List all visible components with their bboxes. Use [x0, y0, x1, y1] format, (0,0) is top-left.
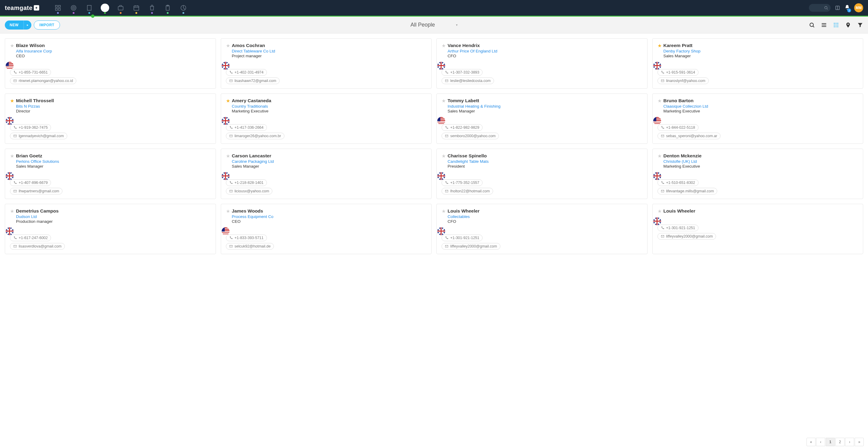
user-avatar[interactable]: MM [854, 3, 863, 12]
favorite-star-icon[interactable]: ★ [657, 99, 662, 103]
person-card[interactable]: ★Denton MckenzieChristofle (UK) LtdMarke… [652, 149, 864, 199]
favorite-star-icon[interactable]: ★ [657, 43, 662, 48]
phone-chip[interactable]: +1-833-393-5711 [226, 234, 267, 241]
import-button[interactable]: IMPORT [34, 21, 60, 30]
nav-clipboard[interactable] [163, 0, 172, 16]
list-view-icon[interactable] [821, 22, 827, 28]
new-button[interactable]: NEW [5, 21, 24, 30]
favorite-star-icon[interactable]: ★ [441, 154, 446, 159]
person-card[interactable]: ★Kareem PrattDenby Factory ShopSales Man… [652, 38, 864, 89]
email-chip[interactable]: leslie@lesliedcosta.com [441, 77, 494, 84]
company-link[interactable]: Alfa Insurance Corp [16, 49, 52, 53]
favorite-star-icon[interactable]: ★ [10, 99, 14, 103]
favorite-star-icon[interactable]: ★ [10, 154, 14, 159]
email-chip[interactable]: limaroger26@yahoo.com.br [226, 133, 284, 139]
person-card[interactable]: ★Amery CastanedaCountry TraditionalsMark… [221, 93, 432, 144]
company-link[interactable]: Perkins Office Solutions [16, 159, 59, 164]
company-link[interactable]: Candlelight Table Mats [447, 159, 489, 164]
phone-chip[interactable]: +1-510-651-8302 [657, 180, 699, 186]
company-link[interactable]: Collectables [447, 214, 479, 219]
person-card[interactable]: ★Tommy LabettIndustrial Heating & Finish… [436, 93, 648, 144]
company-link[interactable]: Denby Factory Shop [663, 49, 701, 53]
person-card[interactable]: ★Brian GoetzPerkins Office SolutionsSale… [5, 149, 216, 199]
expand-icon[interactable] [835, 5, 840, 10]
favorite-star-icon[interactable]: ★ [441, 209, 446, 214]
email-chip[interactable]: lhwpartners@gmail.com [10, 188, 62, 194]
person-card[interactable]: ★Carson LancasterCaroline Packaging LtdS… [221, 149, 432, 199]
phone-chip[interactable]: +1-417-336-2664 [226, 124, 267, 131]
search-icon[interactable] [809, 22, 815, 28]
email-chip[interactable]: selcuk92@hotmail.de [226, 243, 274, 250]
phone-chip[interactable]: +1-402-331-4974 [226, 69, 267, 76]
person-card[interactable]: ★Charisse SpinelloCandlelight Table Mats… [436, 149, 648, 199]
new-dropdown-caret[interactable]: ▸ [24, 21, 31, 30]
nav-dashboard[interactable] [54, 0, 62, 16]
nav-chart[interactable] [179, 0, 188, 16]
email-chip[interactable]: lisasverdlova@gmail.com [10, 243, 65, 250]
nav-target[interactable] [69, 0, 78, 16]
phone-chip[interactable]: +1-617-247-6002 [10, 234, 51, 241]
company-link[interactable]: Process Equipment Co [232, 214, 274, 219]
phone-chip[interactable]: +1-844-022-5118 [657, 124, 699, 131]
company-link[interactable]: Bits N Pizzas [16, 104, 54, 108]
phone-chip[interactable]: +1-915-591-3614 [657, 69, 699, 76]
company-link[interactable]: Arthur Price Of England Ltd [447, 49, 497, 53]
person-card[interactable]: ★Louis WheelerCollectablesCFO+1-301-921-… [436, 204, 648, 254]
email-chip[interactable]: semboro2000@yahoo.com [441, 133, 499, 139]
global-search[interactable] [809, 4, 831, 12]
favorite-star-icon[interactable]: ★ [657, 154, 662, 159]
favorite-star-icon[interactable]: ★ [10, 209, 14, 214]
person-card[interactable]: ★Louis Wheeler+1-301-921-1251liffeyvalle… [652, 204, 864, 254]
company-link[interactable]: Industrial Heating & Finishing [447, 104, 501, 108]
favorite-star-icon[interactable]: ★ [226, 154, 230, 159]
phone-chip[interactable]: +1-855-731-6651 [10, 69, 51, 76]
email-chip[interactable]: lifevantage.mills@gmail.com [657, 188, 717, 194]
person-card[interactable]: ★Bruno BartonClaasique Colleczion LtdMar… [652, 93, 864, 144]
grid-view-icon[interactable] [833, 22, 839, 28]
nav-people[interactable] [101, 0, 109, 16]
phone-chip[interactable]: +1-407-896-6679 [10, 180, 51, 186]
notifications-button[interactable]: 3 [844, 4, 850, 11]
person-card[interactable]: ★James WoodsProcess Equipment CoCEO+1-83… [221, 204, 432, 254]
nav-briefcase[interactable] [116, 0, 125, 16]
phone-chip[interactable]: +1-301-921-1251 [441, 234, 483, 241]
company-link[interactable]: Caroline Packaging Ltd [232, 159, 274, 164]
person-card[interactable]: ★Michell ThrossellBits N PizzasDirector+… [5, 93, 216, 144]
phone-chip[interactable]: +1-307-332-3893 [441, 69, 483, 76]
favorite-star-icon[interactable]: ★ [10, 43, 14, 48]
email-chip[interactable]: liffeyvalley2000@gmail.com [657, 233, 716, 240]
email-chip[interactable]: lgennadyevich@gmail.com [10, 133, 67, 139]
filter-icon[interactable] [857, 22, 863, 28]
email-chip[interactable]: lholton22@hotmail.com [441, 188, 493, 194]
brand-logo[interactable]: teamgate ✦ [5, 4, 39, 11]
favorite-star-icon[interactable]: ★ [226, 43, 230, 48]
nav-calendar[interactable] [132, 0, 141, 16]
email-chip[interactable]: liffeyvalley2000@gmail.com [441, 243, 500, 250]
email-chip[interactable]: linaroslynf@yahoo.com [657, 77, 709, 84]
company-link[interactable]: Dudson Ltd [16, 214, 59, 219]
company-link[interactable]: Country Traditionals [232, 104, 272, 108]
email-chip[interactable]: liciousx@yahoo.com [226, 188, 273, 194]
phone-chip[interactable]: +1-301-921-1251 [657, 225, 699, 231]
phone-chip[interactable]: +1-919-362-7475 [10, 124, 51, 131]
favorite-star-icon[interactable]: ★ [441, 99, 446, 103]
nav-shopping[interactable] [148, 0, 156, 16]
email-chip[interactable]: lisashawn72@gmail.com [226, 77, 280, 84]
person-card[interactable]: ★Demetrius CamposDudson LtdProduction ma… [5, 204, 216, 254]
person-card[interactable]: ★Blaze WilsonAlfa Insurance CorpCEO+1-85… [5, 38, 216, 89]
company-link[interactable]: Direct Tableware Co Ltd [232, 49, 275, 53]
email-chip[interactable]: rtrwnet.plamongan@yahoo.co.id [10, 77, 76, 84]
phone-chip[interactable]: +1-775-352-1557 [441, 180, 483, 186]
favorite-star-icon[interactable]: ★ [441, 43, 446, 48]
nav-building[interactable] [85, 0, 93, 16]
view-selector[interactable]: All People ▾ [410, 22, 458, 28]
company-link[interactable]: Claasique Colleczion Ltd [663, 104, 709, 108]
map-view-icon[interactable] [845, 22, 851, 28]
phone-chip[interactable]: +1-822-982-9829 [441, 124, 483, 131]
company-link[interactable]: Christofle (UK) Ltd [663, 159, 702, 164]
email-chip[interactable]: sebas_speroni@yahoo.com.ar [657, 133, 721, 139]
person-card[interactable]: ★Vance HendrixArthur Price Of England Lt… [436, 38, 648, 89]
phone-chip[interactable]: +1-218-828-1401 [226, 180, 267, 186]
favorite-star-icon[interactable]: ★ [226, 99, 230, 103]
favorite-star-icon[interactable]: ★ [226, 209, 230, 214]
